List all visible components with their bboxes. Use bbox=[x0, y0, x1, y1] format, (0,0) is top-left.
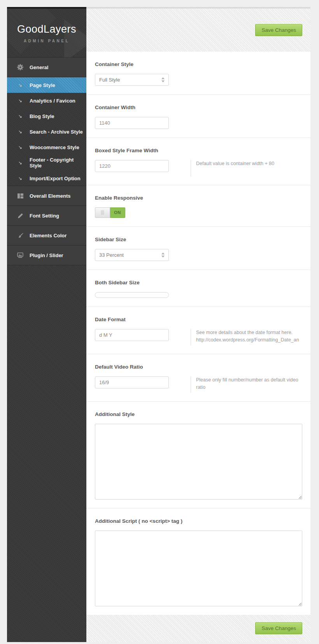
pencil-icon bbox=[16, 213, 24, 219]
toggle-on-label: ON bbox=[110, 207, 125, 218]
sidebar-item-label: Search - Archive Style bbox=[30, 129, 83, 135]
sidebar: GoodLayers ADMIN PANEL bbox=[7, 7, 86, 642]
both-sidebar-size-input[interactable] bbox=[95, 292, 169, 298]
brand-subtitle: ADMIN PANEL bbox=[24, 39, 70, 43]
row-default-video-ratio: Default Video Ratio Please only fill num… bbox=[86, 354, 310, 402]
row-sidebar-size: Sidebar Size 33 Percent bbox=[86, 227, 310, 270]
row-container-width: Container Width bbox=[86, 95, 310, 138]
field-label: Enable Responsive bbox=[95, 195, 302, 201]
sidebar-item-label: Analytics / Favicon bbox=[30, 98, 75, 104]
save-changes-button-bottom[interactable]: Save Changes bbox=[255, 622, 302, 634]
sidebar-item-label: Overall Elements bbox=[30, 193, 71, 199]
container-width-input[interactable] bbox=[95, 117, 169, 129]
sidebar-item-label: Plugin / Slider bbox=[30, 252, 63, 258]
gear-icon bbox=[16, 64, 24, 70]
sidebar-item-label: Blog Style bbox=[30, 113, 54, 119]
sidebar-item-label: Import/Export Option bbox=[30, 176, 81, 181]
row-enable-responsive: Enable Responsive ON bbox=[86, 185, 310, 227]
additional-style-textarea[interactable] bbox=[95, 424, 302, 500]
main-footer: Save Changes bbox=[86, 615, 310, 642]
field-label: Container Style bbox=[95, 61, 302, 67]
sidebar-item-woocommerce-style[interactable]: ↘ Woocommerce Style bbox=[7, 139, 86, 155]
sidebar-menu: General ↘ Page Style ↘ Analytics / Favic… bbox=[7, 57, 86, 265]
sidebar-item-label: Elements Color bbox=[30, 233, 67, 238]
sidebar-item-label: Page Style bbox=[30, 82, 55, 88]
sidebar-item-label: Font Setting bbox=[30, 213, 59, 219]
additional-script-textarea[interactable] bbox=[95, 531, 302, 606]
sidebar-item-label: General bbox=[30, 64, 48, 70]
sidebar-item-analytics-favicon[interactable]: ↘ Analytics / Favicon bbox=[7, 93, 86, 108]
boxed-frame-width-input[interactable] bbox=[95, 160, 169, 172]
sidebar-item-label: Footer - Copyright Style bbox=[30, 157, 86, 169]
select-value: 33 Percent bbox=[99, 252, 124, 258]
field-label: Container Width bbox=[95, 104, 302, 110]
field-label: Boxed Style Frame Width bbox=[95, 148, 302, 153]
brush-icon bbox=[16, 233, 24, 238]
select-value: Full Style bbox=[99, 77, 120, 83]
row-container-style: Container Style Full Style bbox=[86, 52, 310, 95]
date-format-help-url: http://codex.wordpress.org/Formatting_Da… bbox=[196, 337, 299, 343]
arrow-down-right-icon: ↘ bbox=[16, 98, 24, 103]
sidebar-filler bbox=[7, 265, 86, 642]
sidebar-item-elements-color[interactable]: Elements Color bbox=[7, 225, 86, 245]
grip-icon bbox=[101, 210, 104, 215]
field-label: Additional Script ( no <script> tag ) bbox=[95, 518, 302, 524]
settings-panel: Container Style Full Style Container Wid… bbox=[86, 52, 310, 615]
field-label: Sidebar Size bbox=[95, 237, 302, 242]
field-note: Please only fill number/number as defaul… bbox=[191, 376, 302, 393]
container-style-select[interactable]: Full Style bbox=[95, 74, 169, 86]
layout-columns-icon bbox=[16, 193, 24, 199]
sidebar-item-general[interactable]: General bbox=[7, 57, 86, 77]
arrow-down-right-icon: ↘ bbox=[16, 114, 24, 118]
main-header: Save Changes bbox=[86, 9, 310, 52]
sidebar-item-font-setting[interactable]: Font Setting bbox=[7, 205, 86, 226]
sidebar-item-page-style[interactable]: ↘ Page Style bbox=[7, 77, 86, 93]
row-additional-script: Additional Script ( no <script> tag ) bbox=[86, 508, 310, 615]
sidebar-item-blog-style[interactable]: ↘ Blog Style bbox=[7, 108, 86, 124]
row-additional-style: Additional Style bbox=[86, 402, 310, 508]
sidebar-item-label: Woocommerce Style bbox=[30, 144, 79, 150]
enable-responsive-toggle[interactable]: ON bbox=[95, 207, 125, 218]
arrow-down-right-icon: ↘ bbox=[16, 83, 24, 87]
field-note: Default value is container width + 80 bbox=[191, 160, 302, 176]
select-arrows-icon bbox=[161, 252, 165, 258]
sidebar-item-footer-copyright-style[interactable]: ↘ Footer - Copyright Style bbox=[7, 155, 86, 171]
field-note: See more details about the date format h… bbox=[191, 329, 302, 345]
field-label: Default Video Ratio bbox=[95, 364, 302, 370]
date-format-input[interactable] bbox=[95, 329, 169, 341]
sidebar-item-search-archive-style[interactable]: ↘ Search - Archive Style bbox=[7, 124, 86, 139]
field-label: Additional Style bbox=[95, 411, 302, 417]
sidebar-size-select[interactable]: 33 Percent bbox=[95, 249, 169, 261]
default-video-ratio-input[interactable] bbox=[95, 376, 169, 388]
main-area: Save Changes Container Style Full Style … bbox=[86, 7, 310, 642]
select-arrows-icon bbox=[161, 77, 165, 82]
brand-title: GoodLayers bbox=[17, 23, 76, 35]
slider-image-icon bbox=[16, 252, 24, 258]
field-label: Date Format bbox=[95, 317, 302, 322]
row-both-sidebar-size: Both Sidebar Size bbox=[86, 270, 310, 307]
arrow-down-right-icon: ↘ bbox=[16, 145, 24, 150]
brand-logo: GoodLayers ADMIN PANEL bbox=[7, 9, 86, 57]
sidebar-item-plugin-slider[interactable]: Plugin / Slider bbox=[7, 245, 86, 265]
arrow-down-right-icon: ↘ bbox=[16, 129, 24, 134]
arrow-down-right-icon: ↘ bbox=[16, 176, 24, 181]
field-label: Both Sidebar Size bbox=[95, 280, 302, 285]
toggle-knob[interactable] bbox=[95, 207, 110, 218]
admin-panel: GoodLayers ADMIN PANEL bbox=[7, 7, 310, 642]
row-boxed-frame-width: Boxed Style Frame Width Default value is… bbox=[86, 138, 310, 185]
sidebar-item-import-export-option[interactable]: ↘ Import/Export Option bbox=[7, 171, 86, 186]
save-changes-button-top[interactable]: Save Changes bbox=[255, 24, 302, 36]
sidebar-item-overall-elements[interactable]: Overall Elements bbox=[7, 186, 86, 206]
row-date-format: Date Format See more details about the d… bbox=[86, 307, 310, 354]
arrow-down-right-icon: ↘ bbox=[16, 160, 24, 165]
